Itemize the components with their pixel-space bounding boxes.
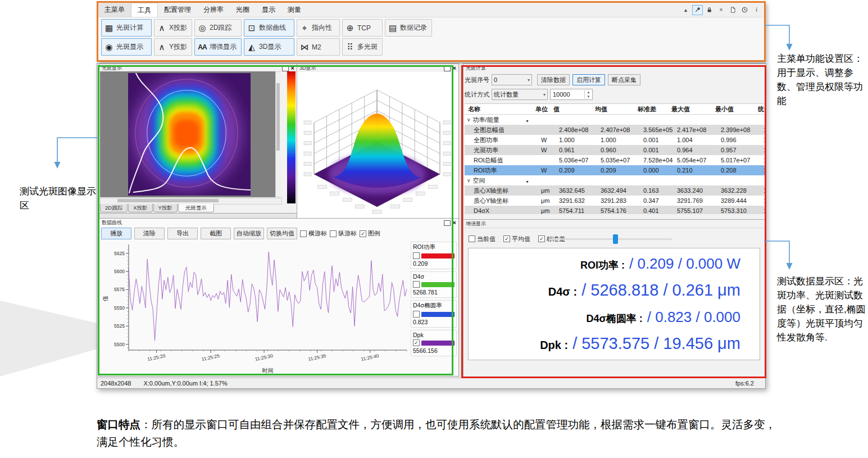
col-header-4: 标准差 <box>638 105 671 114</box>
m2-icon: ⋈ <box>300 43 309 51</box>
m2-button[interactable]: ⋈M2 <box>297 38 340 56</box>
filter-caret-icon[interactable]: ▼ <box>525 180 529 184</box>
float-icon[interactable] <box>282 66 289 71</box>
history-icon[interactable] <box>739 5 750 15</box>
calc-button-1[interactable]: 启用计算 <box>572 74 605 85</box>
legend-checkbox[interactable]: ✓图例 <box>360 229 380 238</box>
menu-item-0[interactable]: 主菜单 <box>98 3 131 17</box>
mean-value-checkbox[interactable]: ✓平均值 <box>503 235 530 243</box>
col-header-2: 值 <box>553 105 595 114</box>
spot-index-label: 光斑序号 <box>465 76 489 84</box>
h-cursor-checkbox-label: 横游标 <box>308 229 327 238</box>
menu-item-1[interactable]: 工具 <box>131 3 158 17</box>
cell-unit: μm <box>541 187 559 194</box>
table-row[interactable]: 质心Y轴坐标μm3291.6323291.2830.3473291.769328… <box>465 196 765 206</box>
pin-icon[interactable] <box>692 5 703 15</box>
spinner-arrows-icon[interactable]: ▲▼ <box>584 90 592 99</box>
readout-value-0: / 0.209 / 0.000 W <box>629 255 740 273</box>
h-cursor-checkbox[interactable]: 横游标 <box>300 229 327 238</box>
cell-val: 1.000 <box>559 137 601 143</box>
float-icon[interactable] <box>444 220 451 226</box>
checkbox-unchecked-icon[interactable] <box>413 311 420 318</box>
data-curve-label: 数据曲线 <box>259 23 286 33</box>
tab-1[interactable]: X投影 <box>128 204 152 212</box>
calc-button-0[interactable]: 清除数据 <box>537 74 570 85</box>
cell-name: ROI总幅值 <box>465 156 541 165</box>
float-icon[interactable] <box>444 66 451 71</box>
v-cursor-checkbox[interactable]: 纵游标 <box>330 229 357 238</box>
cell-val: 0.961 <box>559 147 601 153</box>
spot-index-combo[interactable]: 0 ▾ <box>492 74 532 85</box>
slider-handle[interactable] <box>613 234 618 244</box>
current-value-checkbox[interactable]: 当前值 <box>469 235 496 243</box>
multi-spot-button[interactable]: ⠿多光斑 <box>342 38 383 56</box>
table-group-row-0[interactable]: ∨功率/能量▼ <box>465 115 765 125</box>
col-header-1: 单位 <box>535 105 553 114</box>
pointing-label: 指向性 <box>312 23 332 33</box>
window-icons: ▴×i <box>680 3 764 17</box>
menu-item-5[interactable]: 显示 <box>256 3 281 17</box>
svg-text:5600: 5600 <box>114 269 125 274</box>
menu-item-2[interactable]: 配置管理 <box>158 3 197 17</box>
close-icon[interactable]: × <box>453 220 456 225</box>
curve-button-5[interactable]: 切换均值 <box>267 228 297 239</box>
display-3d-titlebar: 3D显示 × <box>297 64 458 72</box>
table-row[interactable]: 质心X轴坐标μm3632.6453632.4940.1633633.240363… <box>465 185 765 196</box>
collapse-icon[interactable]: ▴ <box>680 5 691 15</box>
vertical-scrollbar[interactable] <box>275 71 281 197</box>
curve-button-4[interactable]: 自动缩放 <box>234 228 264 239</box>
projection-x-button[interactable]: ∧X投影 <box>154 19 192 37</box>
cell-max: 5.054e+07 <box>677 157 721 164</box>
stat-mode-combo[interactable]: 统计数量 ▾ <box>492 89 548 100</box>
track-2d-button[interactable]: ◎2D跟踪 <box>194 19 242 37</box>
data-curve-button[interactable]: ⊡数据曲线 <box>244 19 294 37</box>
data-record-button[interactable]: ▤数据记录 <box>385 19 432 37</box>
table-row[interactable]: ROI总幅值5.036e+075.035e+077.528e+045.054e+… <box>465 155 765 165</box>
curve-button-0[interactable]: 播放 <box>101 228 131 239</box>
stat-count-spinner[interactable]: 10000 ▲▼ <box>550 89 593 100</box>
checkbox-unchecked-icon[interactable] <box>413 252 420 259</box>
cell-val: 5754.711 <box>559 207 601 214</box>
menu-item-3[interactable]: 分辨率 <box>197 3 230 17</box>
screen: 主菜单工具配置管理分辨率光圈显示测量 ▴×i ▦光斑计算∧X投影◎2D跟踪⊡数据… <box>0 0 868 458</box>
pointing-button[interactable]: ⌖指向性 <box>297 19 340 37</box>
filter-caret-icon[interactable]: ▼ <box>525 119 529 123</box>
menu-item-4[interactable]: 光圈 <box>230 3 256 17</box>
multi-spot-icon: ⠿ <box>346 43 355 51</box>
curve-button-2[interactable]: 导出 <box>167 228 198 239</box>
close-icon[interactable]: × <box>453 66 456 71</box>
lock-icon[interactable] <box>704 5 715 15</box>
table-row[interactable]: 光斑功率W0.9610.9600.0010.9640.957151 <box>465 145 765 155</box>
table-row[interactable]: ROI功率W0.2090.2090.0000.2100.208151 <box>465 165 765 175</box>
table-row[interactable]: 全图总幅值2.408e+082.407e+083.565e+052.417e+0… <box>465 125 765 135</box>
table-group-row-1[interactable]: ∨空间▼ <box>465 175 765 185</box>
legend-roi-power-row <box>413 252 455 259</box>
enhanced-display-titlebar: 增强显示 <box>463 220 766 228</box>
projection-y-button[interactable]: ∧Y投影 <box>154 38 192 56</box>
tab-0[interactable]: 2D跟踪 <box>100 204 128 212</box>
spot-display-button[interactable]: ◉光斑显示 <box>101 38 152 56</box>
cut-icon[interactable]: × <box>716 5 726 15</box>
tab-2[interactable]: Y投影 <box>153 204 178 212</box>
curve-button-3[interactable]: 截图 <box>201 228 231 239</box>
spot-calc-button[interactable]: ▦光斑计算 <box>101 19 152 37</box>
table-row[interactable]: 全图功率W1.0001.0000.0011.0040.996151 <box>465 135 765 145</box>
data-curve-icon: ⊡ <box>247 24 256 32</box>
cell-unit: μm <box>541 197 559 204</box>
curve-button-1[interactable]: 清除 <box>134 228 165 239</box>
calc-button-2[interactable]: 断点采集 <box>608 74 640 85</box>
file-icon[interactable] <box>728 5 738 15</box>
tab-3[interactable]: 光斑显示 <box>178 204 214 212</box>
table-row[interactable]: D4σXμm5754.7115754.1760.4015755.1075753.… <box>465 206 765 214</box>
menu-item-6[interactable]: 测量 <box>281 3 307 17</box>
enhanced-display-button[interactable]: AA增强显示 <box>194 38 242 56</box>
legend-dpk: Dpk✓5566.156 <box>411 330 457 356</box>
tcp-button[interactable]: ⊕TCP <box>342 19 383 37</box>
info-icon[interactable]: i <box>751 5 762 15</box>
checkbox-checked-icon[interactable]: ✓ <box>413 339 420 346</box>
enhanced-slider[interactable] <box>548 238 672 240</box>
close-icon[interactable]: × <box>291 66 294 71</box>
data-curve-chart: 55005525555055755600562511:25:2011:25:25… <box>101 241 410 375</box>
checkbox-unchecked-icon[interactable] <box>413 281 420 288</box>
display-3d-button[interactable]: ◭3D显示 <box>244 38 294 56</box>
